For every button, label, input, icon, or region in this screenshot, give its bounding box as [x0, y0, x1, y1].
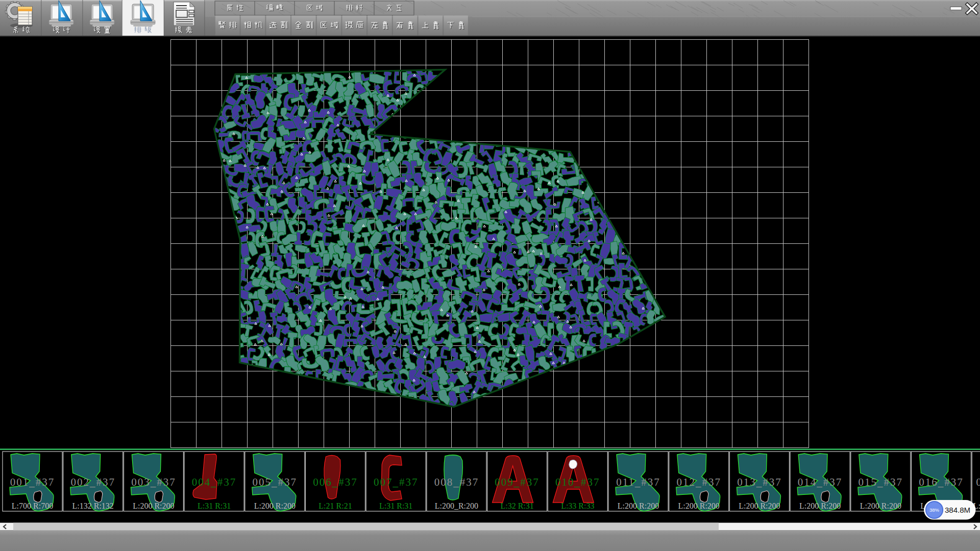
- svg-text:384.8M: 384.8M: [945, 506, 970, 514]
- svg-text:004_#37: 004_#37: [192, 476, 237, 488]
- svg-text:L:200 R:200: L:200 R:200: [678, 502, 720, 510]
- svg-text:L:200 R:200: L:200 R:200: [860, 502, 901, 510]
- svg-text:014_#37: 014_#37: [798, 476, 843, 488]
- svg-text:011_#37: 011_#37: [616, 476, 660, 488]
- svg-text:006_#37: 006_#37: [313, 476, 358, 488]
- svg-text:013_#37: 013_#37: [737, 476, 782, 488]
- svg-text:L:700 R:700: L:700 R:700: [12, 502, 53, 510]
- svg-text:012_#37: 012_#37: [676, 476, 721, 488]
- svg-text:016_#37: 016_#37: [919, 476, 964, 488]
- svg-text:L:200 R:200: L:200 R:200: [254, 502, 296, 510]
- svg-text:L:132 R:132: L:132 R:132: [72, 502, 114, 510]
- svg-text:009_#37: 009_#37: [495, 476, 540, 488]
- svg-text:L:33 R:33: L:33 R:33: [561, 502, 594, 510]
- svg-text:L:21 R:21: L:21 R:21: [318, 502, 352, 510]
- svg-text:003_#37: 003_#37: [131, 476, 176, 488]
- svg-text:0: 0: [976, 475, 980, 488]
- svg-text:38%: 38%: [929, 507, 940, 513]
- svg-text:007_#37: 007_#37: [374, 476, 419, 488]
- svg-text:L:31 R:31: L:31 R:31: [198, 502, 231, 510]
- svg-text:L:200 R:200: L:200 R:200: [799, 502, 841, 510]
- svg-text:L:31 R:31: L:31 R:31: [379, 502, 412, 510]
- svg-text:L:200 R:200: L:200 R:200: [133, 502, 174, 510]
- svg-text:010_#37: 010_#37: [555, 476, 600, 488]
- svg-text:L:200 R:200: L:200 R:200: [618, 502, 659, 510]
- svg-text:015_#37: 015_#37: [859, 476, 903, 488]
- svg-text:L:32 R:31: L:32 R:31: [500, 502, 533, 510]
- svg-text:002_#37: 002_#37: [70, 476, 115, 488]
- svg-text:L:200_R:200: L:200_R:200: [435, 502, 478, 510]
- svg-text:005_#37: 005_#37: [253, 476, 298, 488]
- svg-text:L:200 R:200: L:200 R:200: [739, 502, 780, 510]
- svg-text:001_#37: 001_#37: [10, 476, 55, 488]
- svg-text:008_#37: 008_#37: [434, 476, 479, 488]
